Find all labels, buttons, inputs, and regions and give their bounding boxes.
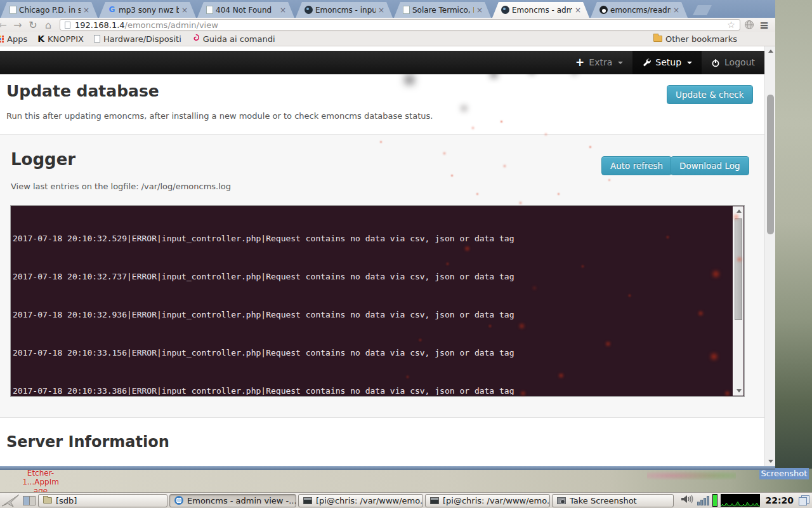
tab-title: Solare Termico, F	[412, 6, 474, 15]
desktop-pager-icon[interactable]	[23, 496, 36, 505]
log-lines: 2017-07-18 20:10:32.529|ERROR|input_cont…	[13, 207, 731, 395]
other-bookmarks[interactable]: Other bookmarks	[653, 34, 737, 44]
scroll-up-icon[interactable]	[733, 206, 744, 216]
scroll-up-icon[interactable]	[765, 46, 776, 56]
tab-close-icon[interactable]: ×	[83, 6, 89, 15]
log-scrollbar-thumb[interactable]	[735, 218, 742, 320]
bookmark-star-icon[interactable]: ☆	[727, 20, 735, 30]
app-menu-icon[interactable]	[1, 493, 20, 507]
log-output-textarea[interactable]: 2017-07-18 20:10:32.529|ERROR|input_cont…	[10, 205, 745, 397]
show-desktop-icon[interactable]	[799, 495, 809, 505]
camera-icon	[557, 497, 566, 504]
back-icon[interactable]: ←	[0, 19, 10, 31]
server-information-title: Server Information	[6, 433, 169, 451]
nav-label: Extra	[589, 51, 612, 74]
tab-close-icon[interactable]: ×	[575, 6, 581, 15]
task-label: [sdb]	[56, 496, 77, 505]
logger-subtitle: View last entries on the logfile: /var/l…	[11, 182, 231, 191]
bookmark-apps[interactable]: Apps	[0, 34, 27, 44]
emoncms-navbar: + Extra Setup	[0, 51, 764, 74]
page-scrollbar[interactable]	[764, 46, 775, 466]
browser-menu-icon[interactable]: ≡	[759, 18, 769, 32]
task-button-take-screenshot[interactable]: Take Screenshot	[552, 494, 674, 507]
page-favicon	[94, 35, 100, 43]
desktop-file-label[interactable]: Etcher-1...AppIm age	[16, 469, 65, 495]
browser-window: Chicago P.D. in s × G mp3 sony nwz b × 4…	[0, 0, 775, 470]
volume-icon[interactable]	[680, 493, 694, 507]
system-tray: 22:20	[680, 493, 812, 507]
address-bar[interactable]: 192.168.1.4 /emoncms/admin/view ☆	[60, 19, 740, 30]
reload-icon[interactable]: ↻	[25, 19, 41, 31]
nav-item-extra[interactable]: + Extra	[566, 51, 632, 74]
page-favicon	[206, 6, 213, 14]
task-button-filemanager[interactable]: [sdb]	[38, 494, 167, 507]
emoncms-favicon	[304, 6, 313, 14]
desktop-file-label-line1: Etcher-1...AppIm	[16, 469, 65, 486]
wrench-icon	[642, 58, 651, 67]
cpu-history-monitor[interactable]	[721, 494, 760, 507]
tab-title: 404 Not Found	[216, 6, 277, 15]
tab-404-not-found[interactable]: 404 Not Found ×	[197, 2, 294, 18]
scroll-down-icon[interactable]	[733, 386, 744, 396]
bookmark-label: Hardware/Dispositi	[103, 34, 181, 44]
bookmark-guida[interactable]: Guida ai comandi	[192, 34, 275, 44]
url-host: 192.168.1.4	[75, 20, 125, 30]
scroll-down-icon[interactable]	[765, 457, 776, 466]
task-button-emoncms-browser[interactable]: Emoncms - admin view -...	[169, 494, 296, 507]
tab-solare-termico[interactable]: Solare Termico, F ×	[394, 2, 491, 18]
clock[interactable]: 22:20	[763, 495, 796, 505]
bookmark-hardware[interactable]: Hardware/Dispositi	[94, 34, 181, 44]
url-path: /emoncms/admin/view	[125, 20, 218, 30]
tab-close-icon[interactable]: ×	[673, 6, 679, 15]
cpu-load-bar[interactable]	[712, 494, 717, 507]
tab-close-icon[interactable]: ×	[378, 6, 384, 15]
tab-emoncms-input[interactable]: Emoncms - inpu ×	[296, 2, 393, 18]
forward-icon[interactable]: →	[10, 19, 25, 31]
tab-close-icon[interactable]: ×	[181, 6, 188, 15]
nav-item-logout[interactable]: Logout	[702, 51, 764, 74]
nav-label: Setup	[655, 51, 681, 74]
page-favicon	[10, 6, 16, 14]
update-and-check-button[interactable]: Update & check	[667, 85, 753, 104]
auto-refresh-button[interactable]: Auto refresh	[601, 156, 672, 175]
bookmark-label: Guida ai comandi	[203, 34, 275, 44]
wallpaper-artifact-dark-spots	[0, 46, 1, 47]
bookmark-label: Apps	[7, 34, 27, 44]
browser-toolbar: ← → ↻ ⌂ 192.168.1.4 /emoncms/admin/view …	[0, 18, 775, 32]
bookmarks-bar: Apps K KNOPPIX Hardware/Dispositi Guida …	[0, 32, 775, 46]
emoncms-favicon	[501, 6, 509, 14]
tab-mp3-sony[interactable]: G mp3 sony nwz b ×	[99, 2, 196, 18]
log-scrollbar[interactable]	[733, 206, 743, 396]
chromium-icon	[174, 496, 183, 505]
tab-emoncms-readme[interactable]: emoncms/readm ×	[591, 2, 688, 18]
desktop-wallpaper-bottom: Etcher-1...AppIm age	[0, 469, 812, 492]
chevron-down-icon	[618, 62, 623, 64]
page-icon	[65, 22, 70, 29]
tab-close-icon[interactable]: ×	[280, 6, 286, 15]
tab-strip: Chicago P.D. in s × G mp3 sony nwz b × 4…	[0, 0, 775, 18]
task-label: Emoncms - admin view -...	[187, 496, 296, 505]
bookmark-knoppix[interactable]: K KNOPPIX	[37, 34, 84, 44]
home-icon[interactable]: ⌂	[41, 19, 56, 31]
tab-close-icon[interactable]: ×	[476, 6, 483, 15]
download-log-button[interactable]: Download Log	[671, 156, 749, 175]
globe-icon[interactable]	[744, 20, 754, 30]
log-line: 2017-07-18 20:10:32.529|ERROR|input_cont…	[13, 232, 731, 245]
network-signal-icon[interactable]	[697, 495, 709, 505]
task-button-terminal-2[interactable]: [pi@chris: /var/www/emo...	[425, 494, 550, 507]
task-button-terminal-1[interactable]: [pi@chris: /var/www/emo...	[298, 494, 423, 507]
new-tab-button[interactable]	[693, 5, 712, 15]
knoppix-icon: K	[37, 34, 44, 44]
tab-chicago-pd[interactable]: Chicago P.D. in s ×	[1, 2, 98, 18]
logger-panel: Logger Auto refresh Download Log View la…	[0, 134, 764, 418]
terminal-icon	[303, 497, 312, 504]
tab-emoncms-admin-active[interactable]: Emoncms - adm ×	[492, 2, 589, 18]
wallpaper-artifact-red-spots	[0, 46, 1, 47]
folder-icon	[43, 497, 52, 504]
terminal-icon	[430, 497, 439, 504]
log-line: 2017-07-18 20:10:33.386|ERROR|input_cont…	[13, 385, 731, 395]
taskbar: [sdb] Emoncms - admin view -... [pi@chri…	[0, 492, 812, 508]
nav-item-setup[interactable]: Setup	[632, 51, 702, 74]
page-scrollbar-thumb[interactable]	[767, 95, 774, 234]
log-line: 2017-07-18 20:10:32.936|ERROR|input_cont…	[13, 309, 731, 321]
